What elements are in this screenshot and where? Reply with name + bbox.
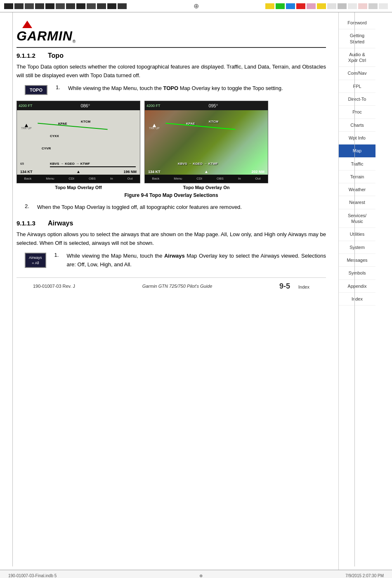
footer-out-on[interactable]: Out [255, 177, 261, 180]
map-on-trk-label: TRK UP [149, 127, 160, 130]
sidebar-item-getting-started[interactable]: GettingStarted [339, 29, 375, 48]
map-off-hdg: 086° [80, 103, 90, 108]
wp-ktcm-off: KTCM [81, 120, 90, 123]
sidebar-item-traffic[interactable]: Traffic [339, 158, 375, 171]
sidebar-item-terrain[interactable]: Terrain [339, 171, 375, 183]
kbvs-label-on: KBVS [178, 162, 187, 166]
sidebar-item-direct-to[interactable]: Direct-To [339, 93, 375, 106]
topo-button-icon: TOPO [25, 85, 52, 95]
airways-map-button[interactable]: Airways = All [25, 253, 46, 268]
sidebar-item-weather[interactable]: Weather [339, 183, 375, 196]
airways-button-icon: Airways = All [25, 253, 50, 268]
arrow-right-off: → [60, 162, 64, 166]
footer-in-on[interactable]: In [238, 177, 241, 180]
step-1-airways: Airways = All 1. While viewing the Map M… [25, 252, 326, 269]
main-content: GARMIN ® 9.1.1.2 Topo The Topo Data opti… [0, 12, 338, 570]
sidebar-item-audio-xpdr[interactable]: Audio &Xpdr Ctrl [339, 48, 375, 67]
sidebar-item-appendix[interactable]: Appendix [339, 280, 375, 293]
step-2-text: When the Topo Map Overlay is toggled off… [37, 203, 242, 212]
map-off-route [38, 123, 108, 130]
step-1-content: 1. While viewing the Map Menu, touch the… [56, 84, 283, 93]
sidebar-item-map[interactable]: Map [339, 144, 375, 157]
footer-back-off[interactable]: Back [24, 177, 31, 180]
sidebar-item-wpt-info[interactable]: Wpt Info [339, 132, 375, 144]
sidebar-item-symbols[interactable]: Symbols [339, 267, 375, 280]
footer-obs-off[interactable]: OBS [89, 177, 96, 180]
sidebar-item-utilities[interactable]: Utilities [339, 228, 375, 241]
footer-back-on[interactable]: Back [152, 177, 159, 180]
step-1-airways-line: 1. While viewing the Map Menu, touch the… [54, 252, 326, 269]
wp-cyvr-off: CYVR [42, 147, 51, 150]
caption-topo-off: Topo Map Overlay Off [17, 185, 140, 190]
ktwf-label-on: KTWF [208, 162, 218, 166]
top-bar-right-blocks [265, 3, 388, 9]
footer-cdi-on[interactable]: CDI [196, 177, 202, 180]
section-9112-heading: 9.1.1.2 Topo [17, 52, 326, 59]
sidebar-item-nearest[interactable]: Nearest [339, 196, 375, 209]
caption-topo-on: Topo Map Overlay On [144, 185, 268, 190]
step-1-number: 1. [56, 84, 64, 90]
map-off-dist-kt: 134 KT [20, 170, 33, 174]
garmin-reg: ® [73, 39, 76, 44]
sidebar-item-services-music[interactable]: Services/Music [339, 209, 375, 228]
wp-cyxx-off: CYXX [50, 134, 59, 138]
step-1-airways-content: 1. While viewing the Map Menu, touch the… [54, 252, 326, 269]
footer-right-label: Index [298, 284, 309, 289]
map-topo-off: 4200 FT 086° ▲ TRK UP KPAE KTCM CYXX CYV… [17, 101, 140, 183]
kgeo-label-on: KGEO [193, 162, 203, 166]
footer-page-num: 9-5 [279, 282, 290, 291]
sidebar-item-index[interactable]: Index [339, 293, 375, 306]
map-topo-on-container: 4200 FT 095° ▲ TRK UP KPAE KTCM [144, 101, 268, 190]
map-off-scale: 65 [20, 162, 24, 166]
section-9113-number: 9.1.1.3 [17, 220, 41, 227]
step-1-airways-number: 1. [54, 252, 63, 258]
garmin-brand: GARMIN [17, 28, 73, 44]
wp-ktcm-on: KTCM [209, 120, 218, 123]
map-off-header: 4200 FT 086° [17, 101, 140, 110]
footer-menu-off[interactable]: Menu [46, 177, 54, 180]
sidebar-item-foreword[interactable]: Foreword [339, 17, 375, 29]
map-on-route [165, 123, 236, 130]
map-off-alt: 4200 FT [19, 104, 33, 108]
bottom-bar: 190-01007-03-Final.indb 5 ⊕ 7/9/2015 2:0… [0, 570, 392, 578]
ktwf-label-off: KTWF [80, 162, 90, 166]
map-on-tri: ▲ [204, 169, 208, 174]
step-1-airways-text: While viewing the Map Menu, touch the Ai… [67, 252, 326, 269]
step-1-text: While viewing the Map Menu, touch the TO… [68, 84, 283, 93]
sidebar-item-system[interactable]: System [339, 241, 375, 254]
map-screenshots: 4200 FT 086° ▲ TRK UP KPAE KTCM CYXX CYV… [17, 101, 326, 190]
map-topo-off-container: 4200 FT 086° ▲ TRK UP KPAE KTCM CYXX CYV… [17, 101, 140, 190]
map-on-header: 4200 FT 095° [145, 101, 268, 110]
sidebar-item-comnav[interactable]: Com/Nav [339, 67, 375, 80]
arrow-right-on: → [188, 162, 191, 166]
airways-btn-line2: = All [29, 261, 42, 266]
sidebar-item-proc[interactable]: Proc [339, 106, 375, 118]
footer-center: Garmin GTN 725/750 Pilot's Guide [142, 284, 213, 289]
footer-in-off[interactable]: In [110, 177, 113, 180]
map-on-footer: Back Menu CDI OBS In Out [145, 175, 268, 183]
map-off-tri: ▲ [76, 169, 80, 174]
bottom-bar-right: 7/9/2015 2:07:30 PM [345, 573, 384, 578]
arrow2-off: → [76, 162, 79, 166]
map-on-nm: 202 NM [251, 170, 264, 174]
map-off-scale-bar [50, 166, 136, 167]
sidebar-item-messages[interactable]: Messages [339, 254, 375, 267]
footer-cdi-off[interactable]: CDI [68, 177, 74, 180]
footer-left: 190-01007-03 Rev. J [33, 284, 75, 289]
sidebar-item-charts[interactable]: Charts [339, 119, 375, 132]
sidebar-item-fpl[interactable]: FPL [339, 80, 375, 93]
section-9113-body: The Airways option allows you to select … [17, 230, 326, 248]
kgeo-label-off: KGEO [65, 162, 75, 166]
step-2-topo: 2. When the Topo Map Overlay is toggled … [25, 203, 326, 212]
footer-out-off[interactable]: Out [128, 177, 133, 180]
arrow2-on: → [204, 162, 207, 166]
section-9113-title: Airways [48, 220, 73, 227]
step-1-line: 1. While viewing the Map Menu, touch the… [56, 84, 283, 93]
footer-obs-on[interactable]: OBS [217, 177, 224, 180]
airways-btn-line1: Airways [29, 255, 42, 261]
section-9113-heading: 9.1.1.3 Airways [17, 220, 326, 227]
topo-map-button[interactable]: TOPO [25, 85, 47, 95]
footer-menu-on[interactable]: Menu [174, 177, 182, 180]
map-off-footer: Back Menu CDI OBS In Out [17, 175, 140, 183]
garmin-logo: GARMIN ® [17, 21, 76, 44]
